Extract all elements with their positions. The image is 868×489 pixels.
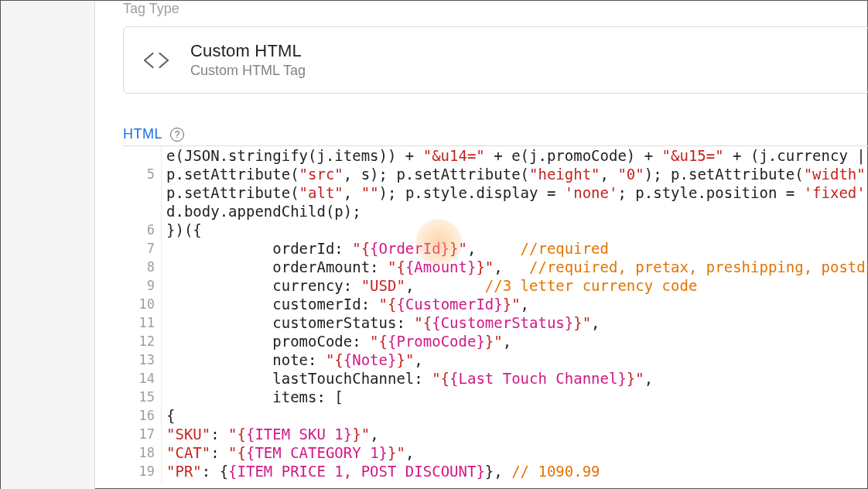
- line-number-gutter: 5 6 7 8 9 10 11 12 13 14 15 16 17 18 19 …: [123, 146, 162, 483]
- line-number: 13: [123, 351, 161, 369]
- line-number: 20: [123, 480, 161, 483]
- line-number: 10: [123, 295, 161, 313]
- line-number: 8: [123, 258, 161, 276]
- code-line: d.body.appendChild(p);: [166, 202, 868, 221]
- code-line: lastTouchChannel: "{{Last Touch Channel}…: [166, 369, 868, 388]
- tag-type-subtitle: Custom HTML Tag: [190, 63, 306, 79]
- code-line: orderAmount: "{{Amount}}", //required, p…: [166, 258, 868, 276]
- code-editor[interactable]: 5 6 7 8 9 10 11 12 13 14 15 16 17 18 19 …: [123, 145, 868, 483]
- code-line: orderId: "{{OrderId}}", //required: [166, 239, 868, 258]
- html-tab-label[interactable]: HTML: [123, 126, 162, 142]
- code-line: "PR": {{ITEM PRICE 1, POST DISCOUNT}}, /…: [166, 462, 868, 480]
- code-line: promoCode: "{{PromoCode}}",: [166, 332, 868, 351]
- line-number: 6: [123, 221, 161, 239]
- left-sidebar-gutter: [1, 1, 95, 489]
- code-line: p.setAttribute("src", s); p.setAttribute…: [166, 165, 868, 183]
- section-label-tag-type: Tag Type: [123, 1, 867, 26]
- code-content[interactable]: e(JSON.stringify(j.items)) + "&u14=" + e…: [162, 146, 868, 483]
- line-number: [123, 202, 161, 221]
- code-brackets-icon: [142, 46, 170, 74]
- code-line: currency: "USD", //3 letter currency cod…: [166, 276, 868, 295]
- code-line: "SKU": "{{ITEM SKU 1}}",: [166, 425, 868, 443]
- code-line: note: "{{Note}}",: [166, 351, 868, 369]
- line-number: 19: [123, 462, 161, 480]
- line-number: 17: [123, 425, 161, 443]
- line-number: 15: [123, 388, 161, 406]
- code-line: customerStatus: "{{CustomerStatus}}",: [166, 313, 868, 332]
- line-number: 11: [123, 313, 161, 332]
- tag-config-panel: Tag Type Custom HTML Custom HTML Tag HTM…: [95, 1, 867, 488]
- line-number: [123, 183, 161, 202]
- code-line: "CAT": "{{TEM CATEGORY 1}}",: [166, 443, 868, 462]
- code-line: "QTY": {{QUANTITY 1}} // Integer: [166, 480, 868, 483]
- code-line: items: [: [166, 388, 868, 406]
- code-line: e(JSON.stringify(j.items)) + "&u14=" + e…: [166, 146, 868, 165]
- line-number: 5: [123, 165, 161, 183]
- line-number: [123, 146, 161, 165]
- line-number: 18: [123, 443, 161, 462]
- editor-header: HTML ?: [123, 126, 867, 142]
- line-number: 7: [123, 239, 161, 258]
- tag-type-title: Custom HTML: [190, 41, 306, 61]
- line-number: 16: [123, 406, 161, 425]
- code-line: {: [166, 406, 868, 425]
- tag-type-card[interactable]: Custom HTML Custom HTML Tag: [123, 26, 868, 94]
- line-number: 9: [123, 276, 161, 295]
- line-number: 12: [123, 332, 161, 351]
- code-line: })({: [166, 221, 868, 239]
- help-icon[interactable]: ?: [170, 128, 184, 142]
- code-line: customerId: "{{CustomerId}}",: [166, 295, 868, 313]
- code-line: p.setAttribute("alt", ""); p.style.displ…: [166, 183, 868, 202]
- line-number: 14: [123, 369, 161, 388]
